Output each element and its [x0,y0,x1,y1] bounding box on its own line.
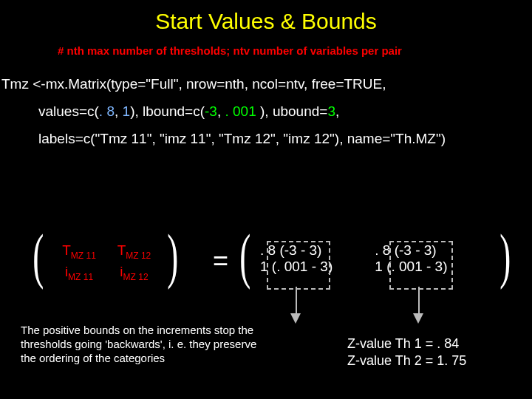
code-line-2: values=c(. 8, 1), lbound=c(-3, . 001 ), … [38,98,532,125]
cell-sub: MZ 12 [126,250,151,261]
arrow-line [296,287,297,316]
equals-sign: = [213,245,228,276]
code-text: , [115,103,123,119]
highlight-box [267,241,330,290]
matrix-cell: TMZ 11 [53,242,105,261]
code-line-1: Tmz <-mx.Matrix(type="Full", nrow=nth, n… [1,70,532,98]
num-literal: -3 [205,103,217,119]
z-values: Z-value Th 1 = . 84 Z-value Th 2 = 1. 75 [347,335,466,370]
left-paren-icon: ( [239,222,250,291]
matrix-cell: iMZ 12 [108,264,160,282]
code-text: , [217,103,225,119]
matrix-cell: iMZ 11 [53,264,105,282]
num-literal: . 001 [225,103,256,119]
code-comment: # nth max number of thresholds; ntv numb… [58,44,532,57]
num-literal: . 8 [99,103,115,119]
code-line-3: labels=c("Tmz 11", "imz 11", "Tmz 12", "… [38,125,532,152]
code-text: ), ubound= [256,103,328,119]
cell-main: T [117,242,126,258]
left-paren-icon: ( [33,222,44,291]
symbol-matrix: TMZ 11 TMZ 12 iMZ 11 iMZ 12 [53,242,160,282]
matrix-cell: TMZ 12 [108,242,160,261]
num-literal: 1 [123,103,131,119]
z-value-line: Z-value Th 1 = . 84 [347,335,466,352]
arrow-line [418,287,420,316]
cell-sub: MZ 11 [68,272,93,282]
highlight-box [389,241,453,290]
code-text: values=c( [38,103,99,119]
arrow-down-icon [413,313,423,324]
arrow-down-icon [290,313,301,324]
code-text: , [335,103,339,119]
right-paren-icon: ) [499,222,511,291]
cell-main: T [62,242,71,258]
cell-sub: MZ 11 [71,250,96,261]
num-literal: 3 [327,103,335,119]
cell-sub: MZ 12 [123,272,149,282]
right-paren-icon: ) [167,222,178,291]
code-text: ), lbound=c( [130,103,205,119]
page-title: Start Values & Bounds [0,0,532,34]
code-block: Tmz <-mx.Matrix(type="Full", nrow=nth, n… [0,70,532,152]
explanatory-note: The positive bounds on the increments st… [21,324,257,365]
z-value-line: Z-value Th 2 = 1. 75 [347,352,466,369]
